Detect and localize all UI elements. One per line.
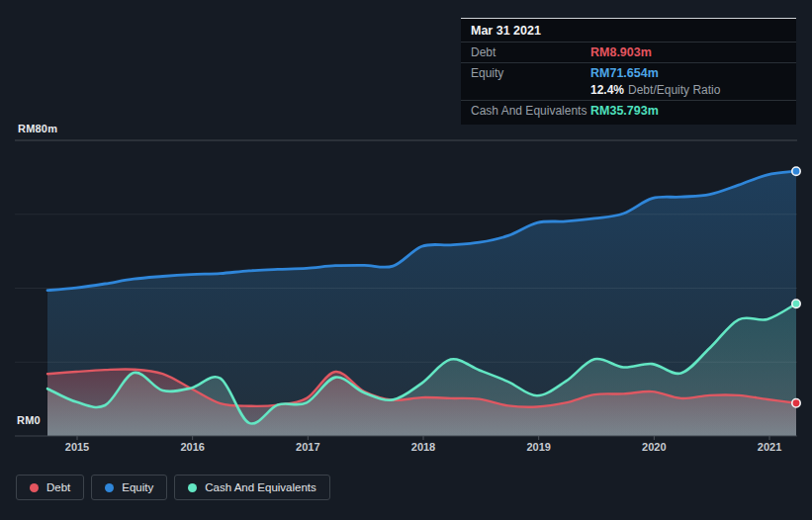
hover-tooltip: Mar 31 2021 Debt RM8.903m Equity RM71.65… [461, 18, 796, 125]
tooltip-equity-value: RM71.654m [590, 66, 786, 80]
legend-item-cash[interactable]: Cash And Equivalents [174, 475, 330, 500]
legend: Debt Equity Cash And Equivalents [16, 475, 330, 500]
x-tick-label: 2019 [526, 441, 550, 453]
legend-item-equity[interactable]: Equity [91, 475, 167, 500]
x-tick-label: 2020 [642, 441, 666, 453]
legend-item-label: Cash And Equivalents [205, 481, 316, 493]
legend-item-label: Debt [46, 481, 70, 493]
tooltip-row-debt: Debt RM8.903m [461, 43, 796, 63]
tooltip-equity-label: Equity [471, 66, 590, 80]
debt-series-dot-icon [30, 483, 39, 492]
tooltip-row-cash: Cash And Equivalents RM35.793m [461, 101, 796, 121]
equity-series-dot-icon [105, 483, 114, 492]
cash-series-dot-icon [188, 483, 197, 492]
tooltip-debt-value: RM8.903m [590, 45, 786, 59]
tooltip-cash-label: Cash And Equivalents [471, 104, 590, 118]
x-tick-label: 2016 [180, 441, 204, 453]
tooltip-date: Mar 31 2021 [461, 19, 796, 43]
legend-item-label: Equity [122, 481, 153, 493]
y-axis-zero-label: RM0 [17, 414, 41, 426]
tooltip-debt-label: Debt [471, 45, 590, 59]
x-tick-label: 2018 [411, 441, 435, 453]
tooltip-ratio-label: Debt/Equity Ratio [628, 83, 720, 97]
tooltip-ratio: 12.4%Debt/Equity Ratio [590, 83, 786, 97]
legend-item-debt[interactable]: Debt [16, 475, 84, 500]
tooltip-cash-value: RM35.793m [590, 104, 786, 118]
x-tick-label: 2015 [65, 441, 89, 453]
tooltip-row-ratio: 12.4%Debt/Equity Ratio [461, 83, 796, 101]
y-axis-top-label: RM80m [18, 123, 57, 134]
tooltip-ratio-value: 12.4% [590, 83, 624, 97]
debt-equity-history-chart: RM80m RM0 2015 2016 2017 2018 2019 2020 … [0, 0, 812, 520]
tooltip-row-equity: Equity RM71.654m [461, 63, 796, 83]
x-tick-label: 2021 [758, 441, 781, 453]
x-tick-label: 2017 [296, 441, 319, 453]
